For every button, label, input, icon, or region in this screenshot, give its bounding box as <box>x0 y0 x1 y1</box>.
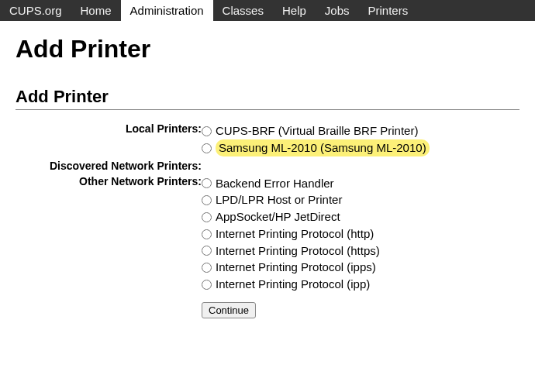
page-title: Add Printer <box>16 35 519 64</box>
printer-form: Local Printers: CUPS-BRF (Virtual Braill… <box>16 121 430 320</box>
section-title: Add Printer <box>16 87 519 110</box>
other-printer-option[interactable]: AppSocket/HP JetDirect <box>202 208 430 225</box>
nav-home[interactable]: Home <box>71 0 121 21</box>
option-label: Internet Printing Protocol (ipps) <box>216 259 376 276</box>
radio-ipp-http[interactable] <box>202 229 212 239</box>
option-label: Internet Printing Protocol (http) <box>216 225 374 242</box>
option-label: Samsung ML-2010 (Samsung ML-2010) <box>216 139 430 156</box>
radio-ipps[interactable] <box>202 263 212 273</box>
option-label: AppSocket/HP JetDirect <box>216 208 340 225</box>
radio-lpd[interactable] <box>202 195 212 205</box>
nav-administration[interactable]: Administration <box>121 0 213 21</box>
nav-jobs[interactable]: Jobs <box>316 0 359 21</box>
local-printer-option[interactable]: CUPS-BRF (Virtual Braille BRF Printer) <box>202 122 430 139</box>
nav-cups-org[interactable]: CUPS.org <box>0 0 71 21</box>
other-printer-option[interactable]: Internet Printing Protocol (https) <box>202 242 430 260</box>
other-printer-option[interactable]: Internet Printing Protocol (http) <box>202 225 430 242</box>
nav-help[interactable]: Help <box>273 0 316 21</box>
continue-button[interactable]: Continue <box>202 302 256 318</box>
other-printer-option[interactable]: Internet Printing Protocol (ipp) <box>202 276 430 293</box>
navbar: CUPS.org Home Administration Classes Hel… <box>0 0 535 21</box>
other-printer-option[interactable]: Backend Error Handler <box>202 175 430 192</box>
other-printer-option[interactable]: Internet Printing Protocol (ipps) <box>202 259 430 276</box>
radio-ipp-https[interactable] <box>202 246 212 256</box>
discovered-printers-label: Discovered Network Printers: <box>16 158 202 174</box>
option-label: Internet Printing Protocol (ipp) <box>216 276 370 293</box>
local-printer-option[interactable]: Samsung ML-2010 (Samsung ML-2010) <box>202 139 430 156</box>
radio-appsocket[interactable] <box>202 212 212 222</box>
other-printers-label: Other Network Printers: <box>16 174 202 320</box>
radio-cups-brf[interactable] <box>202 126 212 136</box>
nav-printers[interactable]: Printers <box>359 0 418 21</box>
option-label: CUPS-BRF (Virtual Braille BRF Printer) <box>216 122 418 139</box>
option-label: Internet Printing Protocol (https) <box>216 242 380 260</box>
radio-ipp[interactable] <box>202 280 212 290</box>
radio-backend-error[interactable] <box>202 178 212 188</box>
other-printer-option[interactable]: LPD/LPR Host or Printer <box>202 191 430 208</box>
page-content: Add Printer Add Printer Local Printers: … <box>0 21 535 335</box>
local-printers-label: Local Printers: <box>16 121 202 158</box>
nav-classes[interactable]: Classes <box>213 0 273 21</box>
radio-samsung-ml2010[interactable] <box>202 143 212 153</box>
option-label: LPD/LPR Host or Printer <box>216 191 342 208</box>
option-label: Backend Error Handler <box>216 175 334 192</box>
